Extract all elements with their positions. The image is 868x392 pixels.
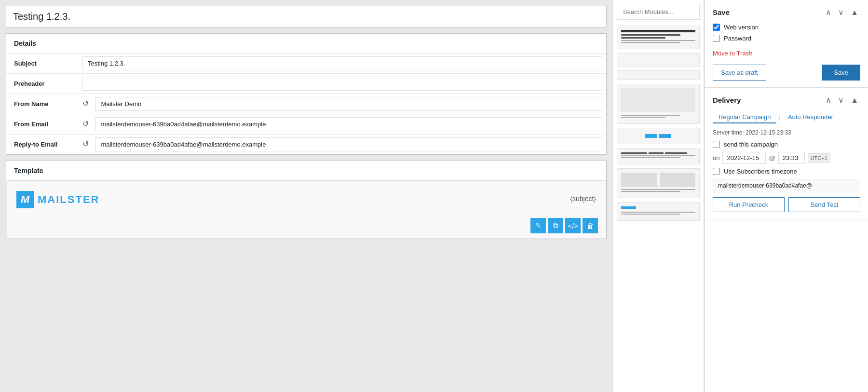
web-version-checkbox[interactable]: [713, 24, 720, 31]
edit-template-button[interactable]: ✎: [530, 218, 546, 233]
module-thumb-5[interactable]: [617, 128, 700, 144]
save-section-title: Save: [713, 8, 730, 16]
password-row: Password: [713, 35, 860, 42]
template-section: Template M MAILSTER {subject} Intro ✎ ⧉ …: [6, 161, 607, 239]
module-thumb-6[interactable]: [617, 148, 700, 164]
from-email-row: From Email ↺: [6, 114, 606, 135]
right-sidebar: Save ∧ ∨ ▲ Web version Password Move to …: [704, 0, 868, 392]
from-name-row: From Name ↺: [6, 94, 606, 114]
delivery-section: Delivery ∧ ∨ ▲ Regular Campaign | Auto R…: [705, 88, 868, 219]
save-collapse-down-button[interactable]: ∨: [836, 7, 846, 18]
reply-to-value-cell: ↺: [79, 135, 606, 155]
mailster-m-logo: M: [16, 191, 34, 208]
from-name-input[interactable]: [95, 97, 602, 111]
subject-placeholder: {subject}: [570, 195, 596, 203]
save-buttons-row: Save as draft Save: [713, 65, 860, 81]
reply-to-input[interactable]: [95, 137, 602, 151]
save-section-controls: ∧ ∨ ▲: [824, 7, 860, 18]
password-label[interactable]: Password: [724, 35, 751, 42]
reply-to-reset-icon[interactable]: ↺: [82, 139, 93, 150]
reply-to-row: Reply-to Email ↺: [6, 135, 606, 155]
subject-row: Subject: [6, 54, 606, 74]
template-toolbar: ✎ ⧉ </> 🗑: [530, 218, 598, 233]
module-thumb-7[interactable]: [617, 168, 700, 198]
subject-value-cell: [79, 54, 606, 74]
from-name-value-cell: ↺: [79, 94, 606, 114]
preheader-value-cell: [79, 74, 606, 94]
from-email-label: From Email: [6, 114, 79, 135]
move-to-trash-link[interactable]: Move to Trash: [713, 50, 752, 57]
campaign-title-bar: [6, 6, 607, 27]
campaign-title-input[interactable]: [6, 6, 606, 27]
subscribers-timezone-checkbox[interactable]: [713, 168, 720, 175]
delivery-collapse-down-button[interactable]: ∨: [836, 95, 846, 106]
details-section: Details Subject Preheader From Name ↺: [6, 33, 607, 155]
delivery-from-email-display: mailsterdemouser-639ba0ad4afae@: [713, 179, 860, 192]
from-email-value-cell: ↺: [79, 114, 606, 135]
schedule-time-input[interactable]: [778, 152, 805, 164]
schedule-date-input[interactable]: [722, 152, 766, 164]
template-preview: M MAILSTER {subject} Intro ✎ ⧉ </> 🗑: [6, 181, 606, 239]
from-name-reset-icon[interactable]: ↺: [82, 99, 93, 109]
delete-template-button[interactable]: 🗑: [583, 218, 598, 233]
send-campaign-row: send this campaign: [713, 141, 860, 148]
module-thumb-4[interactable]: [617, 84, 700, 124]
mailster-logo: M MAILSTER: [16, 191, 596, 208]
delivery-section-header: Delivery ∧ ∨ ▲: [713, 95, 860, 106]
action-buttons-row: Run Precheck Send Test: [713, 197, 860, 212]
subscribers-timezone-label[interactable]: Use Subscribers timezone: [724, 168, 797, 175]
modules-panel: [612, 0, 704, 392]
send-test-button[interactable]: Send Test: [788, 197, 860, 212]
tab-regular-campaign[interactable]: Regular Campaign: [713, 111, 776, 123]
module-thumbnails: [613, 24, 704, 392]
delivery-section-controls: ∧ ∨ ▲: [824, 95, 860, 106]
module-thumb-1[interactable]: [617, 26, 700, 49]
from-name-label: From Name: [6, 94, 79, 114]
save-section: Save ∧ ∨ ▲ Web version Password Move to …: [705, 0, 868, 88]
tab-auto-responder[interactable]: Auto Responder: [782, 111, 839, 123]
preheader-input[interactable]: [82, 77, 602, 91]
module-thumb-2[interactable]: [617, 53, 700, 67]
run-precheck-button[interactable]: Run Precheck: [713, 197, 785, 212]
details-section-header: Details: [6, 34, 606, 54]
delivery-toggle-button[interactable]: ▲: [849, 95, 860, 106]
module-thumb-3[interactable]: [617, 70, 700, 80]
save-section-header: Save ∧ ∨ ▲: [713, 7, 860, 18]
save-toggle-button[interactable]: ▲: [849, 7, 860, 18]
web-version-row: Web version: [713, 24, 860, 31]
template-section-header: Template: [6, 161, 606, 181]
module-thumb-8[interactable]: [617, 202, 700, 221]
delivery-section-title: Delivery: [713, 96, 741, 104]
details-table: Subject Preheader From Name ↺: [6, 54, 606, 154]
password-checkbox[interactable]: [713, 35, 720, 42]
save-collapse-up-button[interactable]: ∧: [824, 7, 833, 18]
send-campaign-checkbox[interactable]: [713, 141, 720, 148]
save-draft-button[interactable]: Save as draft: [713, 65, 766, 81]
at-symbol: @: [769, 154, 775, 162]
preheader-label: Preheader: [6, 74, 79, 94]
save-button[interactable]: Save: [822, 65, 860, 81]
mailster-text-logo: MAILSTER: [38, 193, 99, 206]
delivery-collapse-up-button[interactable]: ∧: [824, 95, 833, 106]
reply-to-label: Reply-to Email: [6, 135, 79, 155]
code-template-button[interactable]: </>: [565, 218, 581, 233]
subscribers-timezone-row: Use Subscribers timezone: [713, 168, 860, 175]
send-campaign-label[interactable]: send this campaign: [724, 141, 778, 148]
on-label: on: [713, 154, 719, 162]
schedule-row: on @ UTC+1: [713, 152, 860, 164]
delivery-tabs: Regular Campaign | Auto Responder: [713, 111, 860, 123]
from-email-input[interactable]: [95, 117, 602, 131]
preheader-row: Preheader: [6, 74, 606, 94]
utc-label: UTC+1: [808, 153, 830, 163]
server-time-display: Server time: 2022-12-15 23:33: [713, 129, 860, 136]
web-version-label[interactable]: Web version: [724, 24, 759, 31]
subject-input[interactable]: [82, 56, 602, 70]
copy-template-button[interactable]: ⧉: [548, 218, 563, 233]
from-email-reset-icon[interactable]: ↺: [82, 119, 93, 130]
subject-label: Subject: [6, 54, 79, 74]
search-modules-input[interactable]: [617, 4, 700, 20]
